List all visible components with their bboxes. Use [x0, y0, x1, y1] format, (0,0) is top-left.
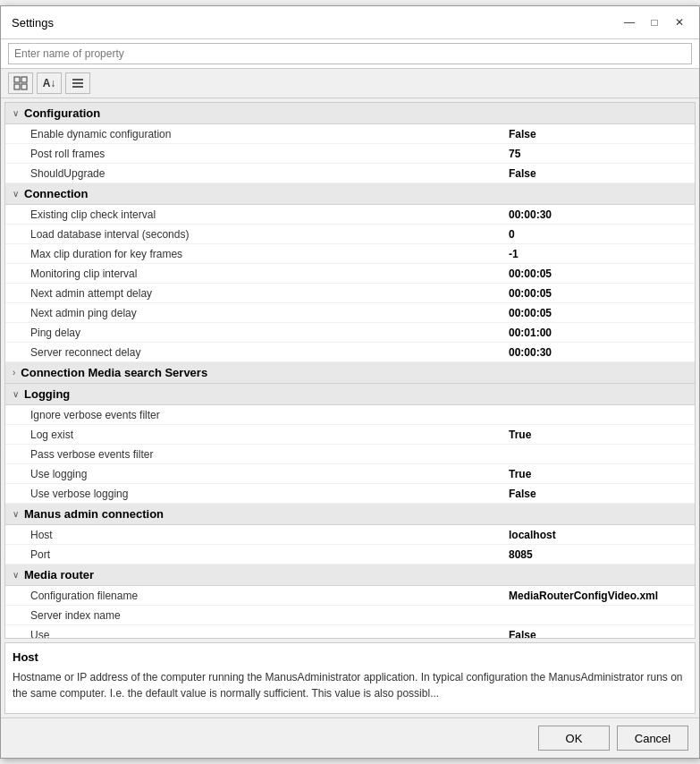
property-value: -1 [509, 248, 687, 260]
toolbar-grid-button[interactable] [8, 72, 33, 94]
maximize-button[interactable]: □ [645, 13, 663, 31]
property-value: False [509, 128, 687, 140]
info-panel-text: Hostname or IP address of the computer r… [13, 669, 687, 701]
table-row[interactable]: Existing clip check interval00:00:30 [5, 205, 695, 225]
property-name: Enable dynamic configuration [30, 128, 509, 140]
section-header-connection-media-search[interactable]: ›Connection Media search Servers [5, 362, 695, 384]
content-area: ∨ConfigurationEnable dynamic configurati… [4, 102, 696, 639]
property-name: Max clip duration for key frames [30, 248, 509, 260]
property-name: Configuration filename [30, 590, 509, 602]
property-name: Server index name [30, 609, 509, 622]
svg-rect-3 [21, 84, 27, 89]
section-header-configuration[interactable]: ∨Configuration [5, 103, 695, 124]
property-name: Next admin attempt delay [30, 287, 509, 300]
table-row[interactable]: Log existTrue [5, 425, 695, 445]
property-value: 00:00:30 [509, 346, 687, 359]
table-row[interactable]: Server reconnect delay00:00:30 [5, 343, 695, 362]
minimize-button[interactable]: — [620, 13, 638, 31]
table-row[interactable]: Configuration filenameMediaRouterConfigV… [5, 586, 695, 606]
property-value: 00:00:05 [509, 287, 687, 300]
property-value: 8085 [509, 548, 687, 561]
title-bar: Settings — □ ✕ [1, 6, 699, 39]
footer: OK Cancel [1, 717, 699, 758]
property-value: True [509, 429, 687, 441]
property-value: MediaRouterConfigVideo.xml [509, 590, 687, 602]
table-row[interactable]: Ping delay00:01:00 [5, 323, 695, 343]
search-bar [1, 39, 699, 69]
section-header-media-router[interactable]: ∨Media router [5, 565, 695, 586]
table-row[interactable]: UseFalse [5, 625, 695, 639]
chevron-icon: ∨ [13, 570, 19, 580]
table-row[interactable]: Monitoring clip interval00:00:05 [5, 264, 695, 284]
property-name: Server reconnect delay [30, 346, 509, 359]
section-header-manus-admin-connection[interactable]: ∨Manus admin connection [5, 504, 695, 525]
section-title-media-router: Media router [24, 568, 94, 581]
property-value: True [509, 468, 687, 480]
toolbar-sort-button[interactable]: A↓ [37, 72, 62, 94]
property-value: 0 [509, 228, 687, 241]
info-panel-title: Host [13, 650, 687, 664]
property-name: Host [30, 529, 509, 541]
property-name: Load database interval (seconds) [30, 228, 509, 241]
property-value: 00:00:05 [509, 307, 687, 319]
table-row[interactable]: Server index name [5, 606, 695, 625]
section-title-configuration: Configuration [24, 106, 100, 120]
section-title-manus-admin-connection: Manus admin connection [24, 507, 164, 521]
table-row[interactable]: Use verbose loggingFalse [5, 484, 695, 504]
table-row[interactable]: Load database interval (seconds)0 [5, 225, 695, 244]
section-title-logging: Logging [24, 387, 70, 401]
toolbar-menu-button[interactable] [65, 72, 90, 94]
svg-rect-1 [21, 77, 27, 82]
section-header-logging[interactable]: ∨Logging [5, 384, 695, 405]
property-value: False [509, 167, 687, 180]
ok-button[interactable]: OK [538, 726, 610, 751]
property-value: 00:00:05 [509, 267, 687, 280]
section-header-connection[interactable]: ∨Connection [5, 183, 695, 205]
chevron-icon: ∨ [13, 389, 19, 399]
search-input[interactable] [8, 43, 692, 64]
property-value: False [509, 488, 687, 500]
grid-icon [13, 76, 28, 90]
property-name: Log exist [30, 429, 509, 441]
table-row[interactable]: Next admin ping delay00:00:05 [5, 303, 695, 323]
section-title-connection: Connection [24, 187, 89, 200]
property-value: False [509, 629, 687, 640]
chevron-icon: ∨ [13, 509, 19, 519]
property-name: Existing clip check interval [30, 208, 509, 221]
chevron-icon: ∨ [13, 189, 19, 199]
close-button[interactable]: ✕ [670, 13, 688, 31]
svg-rect-5 [72, 82, 83, 84]
property-name: Port [30, 548, 509, 561]
property-value: 75 [509, 148, 687, 160]
property-value: 00:01:00 [509, 327, 687, 339]
property-name: Monitoring clip interval [30, 267, 509, 280]
cancel-button[interactable]: Cancel [617, 726, 688, 751]
table-row[interactable]: Port8085 [5, 545, 695, 565]
property-name: Pass verbose events filter [30, 448, 509, 461]
table-row[interactable]: Max clip duration for key frames-1 [5, 244, 695, 264]
table-row[interactable]: Hostlocalhost [5, 525, 695, 545]
chevron-icon: › [13, 368, 15, 378]
svg-rect-0 [14, 77, 20, 82]
property-name: Use logging [30, 468, 509, 480]
table-row[interactable]: Enable dynamic configurationFalse [5, 124, 695, 144]
property-name: Ping delay [30, 327, 509, 339]
table-row[interactable]: ShouldUpgradeFalse [5, 164, 695, 183]
table-row[interactable]: Next admin attempt delay00:00:05 [5, 284, 695, 303]
table-row[interactable]: Pass verbose events filter [5, 445, 695, 464]
property-name: Next admin ping delay [30, 307, 509, 319]
toolbar: A↓ [1, 69, 699, 98]
table-row[interactable]: Use loggingTrue [5, 464, 695, 484]
svg-rect-6 [72, 86, 83, 88]
chevron-icon: ∨ [13, 108, 19, 118]
window-controls: — □ ✕ [620, 13, 688, 31]
property-value: 00:00:30 [509, 208, 687, 221]
table-row[interactable]: Ignore verbose events filter [5, 405, 695, 425]
property-name: Post roll frames [30, 148, 509, 160]
table-row[interactable]: Post roll frames75 [5, 144, 695, 164]
svg-rect-4 [72, 79, 83, 81]
property-value: localhost [509, 529, 687, 541]
property-name: Ignore verbose events filter [30, 409, 509, 421]
section-title-connection-media-search: Connection Media search Servers [21, 366, 207, 379]
window-title: Settings [12, 16, 54, 30]
